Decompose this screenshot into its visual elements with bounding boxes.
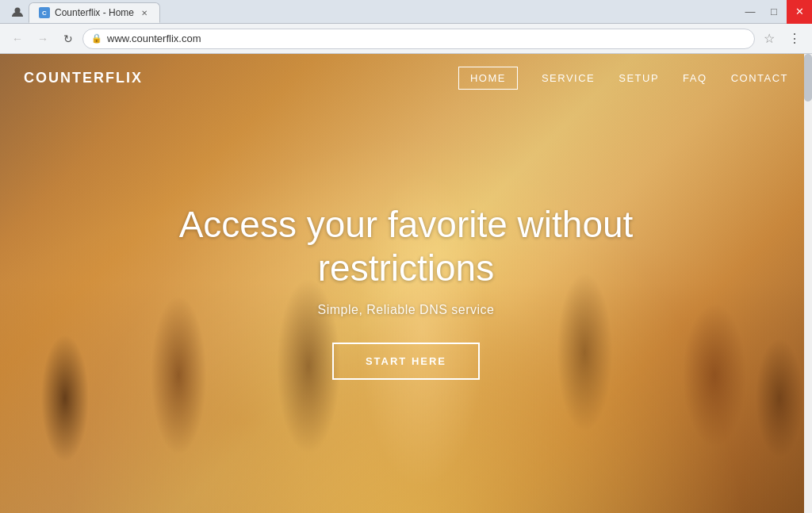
nav-contact[interactable]: CONTACT bbox=[731, 72, 788, 84]
refresh-button[interactable]: ↻ bbox=[57, 28, 79, 50]
minimize-button[interactable]: — bbox=[739, 0, 761, 24]
tabs-container: C Counterflix - Home ✕ bbox=[29, 0, 160, 23]
nav-links: HOME SERVICE SETUP FAQ CONTACT bbox=[458, 67, 788, 90]
site-brand: COUNTERFLIX bbox=[24, 70, 143, 86]
lock-icon: 🔒 bbox=[91, 33, 102, 44]
close-button[interactable]: ✕ bbox=[787, 0, 812, 24]
back-button[interactable]: ← bbox=[6, 28, 29, 50]
nav-service[interactable]: SERVICE bbox=[542, 72, 595, 84]
address-bar: ← → ↻ 🔒 www.counterflix.com ☆ ⋮ bbox=[0, 24, 812, 54]
window-controls: — □ ✕ bbox=[739, 0, 812, 24]
active-tab[interactable]: C Counterflix - Home ✕ bbox=[29, 2, 160, 23]
bookmark-button[interactable]: ☆ bbox=[758, 28, 780, 50]
chrome-menu-button[interactable]: ⋮ bbox=[783, 28, 806, 50]
url-text: www.counterflix.com bbox=[107, 33, 746, 44]
tab-title: Counterflix - Home bbox=[55, 7, 134, 18]
site-navbar: COUNTERFLIX HOME SERVICE SETUP FAQ CONTA… bbox=[0, 54, 812, 101]
hero-title: Access your favorite without restriction… bbox=[128, 203, 684, 290]
profile-icon[interactable] bbox=[6, 1, 29, 23]
hero-content: Access your favorite without restriction… bbox=[128, 203, 684, 380]
nav-setup[interactable]: SETUP bbox=[619, 72, 659, 84]
scrollbar-track[interactable] bbox=[804, 54, 812, 513]
start-here-button[interactable]: START HERE bbox=[332, 343, 480, 380]
forward-button[interactable]: → bbox=[32, 28, 54, 50]
hero-section: COUNTERFLIX HOME SERVICE SETUP FAQ CONTA… bbox=[0, 54, 812, 513]
browser-window: C Counterflix - Home ✕ — □ ✕ ← → ↻ 🔒 www… bbox=[0, 0, 812, 513]
tab-close-button[interactable]: ✕ bbox=[139, 7, 150, 18]
nav-home[interactable]: HOME bbox=[458, 67, 518, 90]
tab-favicon: C bbox=[39, 7, 50, 18]
nav-faq[interactable]: FAQ bbox=[683, 72, 707, 84]
maximize-button[interactable]: □ bbox=[763, 0, 785, 24]
url-bar[interactable]: 🔒 www.counterflix.com bbox=[82, 29, 755, 49]
hero-subtitle: Simple, Reliable DNS service bbox=[128, 303, 684, 317]
title-bar: C Counterflix - Home ✕ — □ ✕ bbox=[0, 0, 812, 24]
website-content: COUNTERFLIX HOME SERVICE SETUP FAQ CONTA… bbox=[0, 54, 812, 513]
